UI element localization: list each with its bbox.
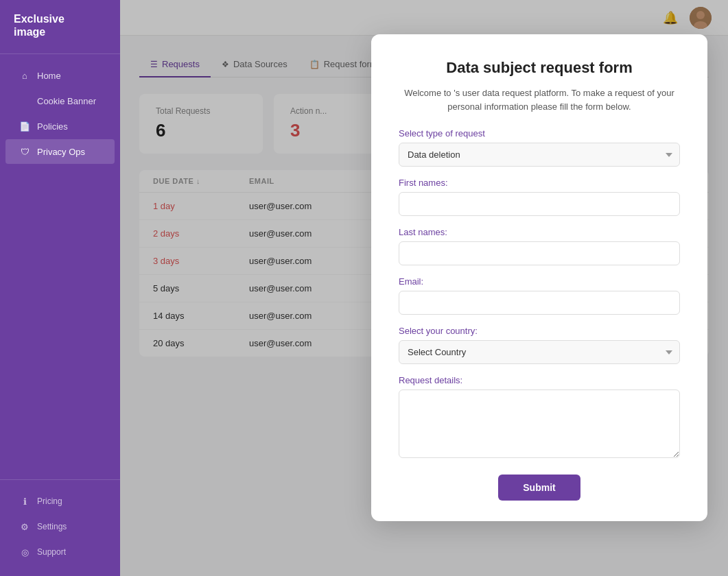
email-group: Email:: [399, 276, 680, 315]
request-details-textarea[interactable]: [399, 389, 680, 458]
sidebar-icon-privacy-ops: 🛡: [19, 146, 30, 157]
sidebar-bottom-item-settings[interactable]: ⚙Settings: [5, 514, 115, 539]
request-type-group: Select type of request Data deletionData…: [399, 128, 680, 167]
sidebar-bottom-icon-pricing: ℹ: [19, 496, 30, 507]
country-group: Select your country: Select CountryUnite…: [399, 326, 680, 364]
sidebar-icon-home: ⌂: [19, 70, 30, 81]
sidebar-icon-cookie-banner: [19, 95, 30, 106]
sidebar-bottom-icon-support: ◎: [19, 547, 30, 557]
sidebar-nav: ⌂HomeCookie Banner📄Policies🛡Privacy Ops: [0, 54, 120, 479]
sidebar-item-cookie-banner[interactable]: Cookie Banner: [5, 88, 115, 113]
email-input[interactable]: [399, 291, 680, 315]
modal-overlay[interactable]: Data subject request form Welcome to 's …: [120, 0, 728, 576]
sidebar-item-privacy-ops[interactable]: 🛡Privacy Ops: [5, 139, 115, 164]
sidebar-logo: Exclusive image: [0, 0, 120, 54]
country-label: Select your country:: [399, 326, 680, 336]
sidebar-bottom-label-support: Support: [37, 547, 66, 557]
sidebar-item-policies[interactable]: 📄Policies: [5, 114, 115, 139]
sidebar-label-privacy-ops: Privacy Ops: [37, 147, 85, 157]
sidebar-icon-policies: 📄: [19, 121, 30, 132]
country-select[interactable]: Select CountryUnited StatesUnited Kingdo…: [399, 340, 680, 364]
main-content: 🔔 ☰ Requests ❖ Data Sources 📋 Request fo…: [120, 0, 728, 576]
sidebar-label-policies: Policies: [37, 121, 68, 132]
modal-description: Welcome to 's user data request platform…: [399, 86, 680, 113]
first-names-input[interactable]: [399, 192, 680, 216]
request-details-group: Request details:: [399, 375, 680, 461]
first-names-group: First names:: [399, 178, 680, 216]
modal-title: Data subject request form: [399, 59, 680, 77]
sidebar-bottom: ℹPricing⚙Settings◎Support: [0, 479, 120, 576]
sidebar-bottom-label-pricing: Pricing: [37, 496, 62, 506]
sidebar-bottom-item-support[interactable]: ◎Support: [5, 540, 115, 564]
data-subject-request-modal: Data subject request form Welcome to 's …: [371, 34, 707, 521]
request-type-label: Select type of request: [399, 128, 680, 139]
first-names-label: First names:: [399, 178, 680, 188]
request-type-select[interactable]: Data deletionData accessData portability…: [399, 143, 680, 167]
email-label: Email:: [399, 276, 680, 287]
last-names-group: Last names:: [399, 227, 680, 265]
last-names-label: Last names:: [399, 227, 680, 237]
sidebar-item-home[interactable]: ⌂Home: [5, 63, 115, 88]
sidebar-label-home: Home: [37, 71, 61, 81]
last-names-input[interactable]: [399, 241, 680, 265]
submit-button[interactable]: Submit: [498, 475, 580, 501]
request-details-label: Request details:: [399, 375, 680, 385]
sidebar-bottom-label-settings: Settings: [37, 522, 67, 531]
sidebar-label-cookie-banner: Cookie Banner: [37, 96, 96, 106]
sidebar: Exclusive image ⌂HomeCookie Banner📄Polic…: [0, 0, 120, 576]
sidebar-bottom-icon-settings: ⚙: [19, 521, 30, 532]
sidebar-bottom-item-pricing[interactable]: ℹPricing: [5, 489, 115, 514]
